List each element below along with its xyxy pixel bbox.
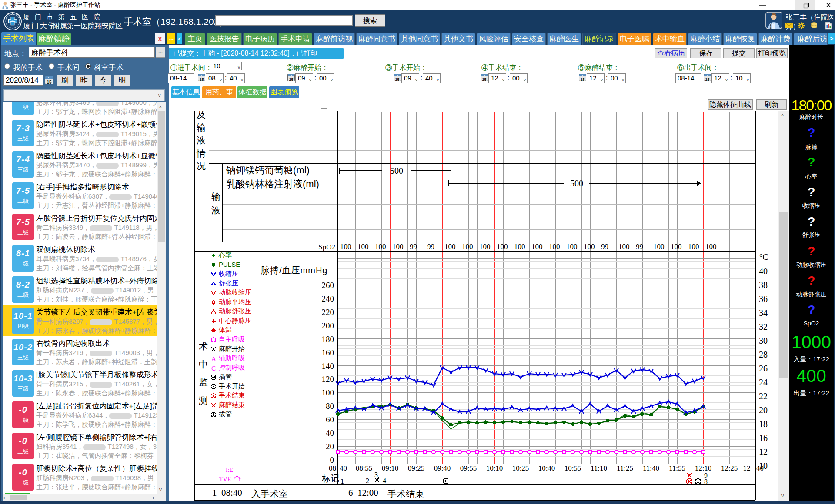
svg-text:260: 260 (322, 281, 334, 290)
svg-text:4: 4 (383, 477, 386, 484)
svg-text:28: 28 (759, 350, 768, 359)
svg-text:220: 220 (322, 308, 334, 317)
svg-text:40: 40 (326, 428, 334, 438)
svg-text:10:10: 10:10 (486, 464, 503, 472)
svg-text:100: 100 (653, 242, 665, 251)
svg-text:38: 38 (759, 280, 768, 290)
svg-text:40: 40 (756, 464, 764, 472)
svg-text:120: 120 (322, 375, 334, 384)
svg-text:34: 34 (759, 308, 768, 318)
svg-text:11:55: 11:55 (669, 464, 685, 472)
svg-text:I:E: I:E (226, 467, 233, 473)
svg-text:08:55: 08:55 (356, 464, 373, 472)
svg-text:10:25: 10:25 (512, 464, 529, 472)
svg-text:16: 16 (759, 433, 768, 443)
svg-text:100: 100 (497, 242, 508, 251)
svg-text:08: 08 (329, 464, 336, 472)
svg-text:80: 80 (326, 401, 334, 411)
svg-text:100: 100 (584, 242, 595, 251)
svg-text:SpO2: SpO2 (318, 243, 335, 251)
svg-text:100: 100 (566, 242, 578, 251)
svg-text:99: 99 (410, 242, 417, 251)
svg-text:100: 100 (705, 242, 717, 251)
svg-text:60: 60 (326, 415, 334, 424)
svg-text:100: 100 (549, 242, 560, 251)
svg-text:22: 22 (759, 391, 768, 401)
svg-text:12:25: 12:25 (721, 464, 738, 472)
svg-text:11:25: 11:25 (617, 464, 633, 472)
svg-text:100: 100 (322, 388, 334, 397)
svg-text:99: 99 (427, 242, 434, 251)
svg-text:09:10: 09:10 (382, 464, 399, 472)
svg-text:140: 140 (322, 361, 334, 371)
svg-text:100: 100 (671, 242, 682, 251)
svg-text:10:55: 10:55 (564, 464, 581, 472)
svg-text:180: 180 (322, 335, 334, 344)
svg-text:09:25: 09:25 (408, 464, 425, 472)
svg-text:100: 100 (357, 242, 369, 251)
svg-text:C: C (211, 365, 216, 372)
svg-text:240: 240 (322, 294, 334, 303)
svg-text:A: A (211, 355, 216, 362)
svg-text:12: 12 (743, 464, 751, 472)
svg-text:1 08:40: 1 08:40 (212, 487, 242, 498)
svg-text:8: 8 (704, 478, 708, 485)
svg-text:10:40: 10:40 (538, 464, 555, 472)
svg-text:99: 99 (636, 242, 643, 251)
svg-text:100: 100 (618, 242, 630, 251)
svg-text:°C: °C (759, 252, 768, 262)
svg-text:100: 100 (444, 242, 456, 251)
svg-text:12:10: 12:10 (695, 464, 712, 472)
svg-text:20: 20 (326, 442, 334, 451)
svg-text:100: 100 (514, 242, 525, 251)
svg-text:99: 99 (601, 242, 608, 251)
svg-text:40: 40 (759, 266, 768, 276)
svg-text:11:10: 11:10 (591, 464, 607, 472)
svg-text:40: 40 (340, 464, 347, 472)
svg-text:26: 26 (759, 364, 768, 373)
svg-text:2: 2 (366, 477, 369, 484)
svg-text:100: 100 (375, 242, 386, 251)
svg-text:160: 160 (322, 348, 334, 357)
svg-text:100: 100 (392, 242, 404, 251)
svg-text:TVE: TVE (219, 476, 231, 483)
svg-text:0: 0 (330, 455, 334, 464)
svg-text:f: f (239, 476, 241, 483)
svg-text:3: 3 (374, 471, 378, 478)
svg-text:09:40: 09:40 (434, 464, 451, 472)
svg-text:500: 500 (570, 179, 583, 188)
svg-text:100: 100 (479, 242, 491, 251)
svg-text:09:55: 09:55 (460, 464, 477, 472)
svg-text:36: 36 (759, 294, 768, 304)
svg-text:11:40: 11:40 (643, 464, 659, 472)
svg-text:100: 100 (688, 242, 699, 251)
svg-text:20: 20 (759, 405, 768, 415)
svg-text:18: 18 (759, 419, 768, 429)
svg-text:200: 200 (322, 321, 334, 330)
svg-text:12: 12 (759, 447, 768, 457)
svg-text:24: 24 (759, 378, 768, 387)
svg-text:100: 100 (462, 242, 473, 251)
svg-text:100: 100 (531, 242, 543, 251)
svg-text:500: 500 (390, 166, 403, 176)
svg-text:32: 32 (759, 322, 768, 332)
svg-text:30: 30 (759, 336, 768, 345)
svg-text:6 12:00: 6 12:00 (348, 487, 378, 498)
svg-text:1: 1 (341, 477, 344, 485)
svg-text:100: 100 (340, 242, 351, 251)
